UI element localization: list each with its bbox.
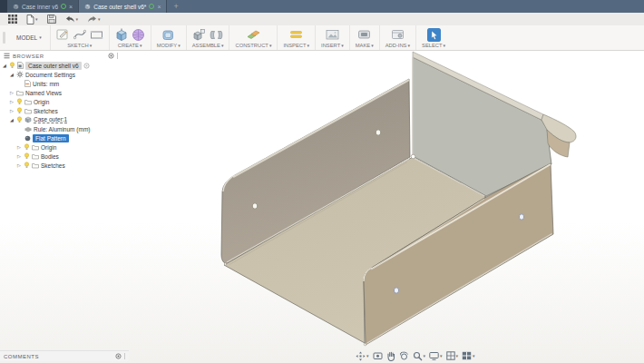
tree-label[interactable]: Bodies bbox=[41, 153, 59, 160]
tree-label[interactable]: Sketches bbox=[41, 162, 65, 169]
free-orbit-icon bbox=[399, 351, 409, 361]
corner-relief-left bbox=[224, 263, 226, 265]
group-label-inspect[interactable]: INSPECT▾ bbox=[283, 43, 309, 48]
panel-handle-icon[interactable] bbox=[4, 53, 10, 59]
collapse-arrow-icon[interactable]: ▷ bbox=[16, 153, 22, 159]
visibility-bulb-icon[interactable] bbox=[24, 162, 30, 169]
expand-arrow-icon[interactable]: ◢ bbox=[9, 72, 15, 77]
caret-icon: ▾ bbox=[473, 354, 475, 358]
file-menu-button[interactable]: ▾ bbox=[22, 13, 43, 25]
workspace-selector[interactable]: MODEL ▾ bbox=[8, 25, 50, 50]
tree-label[interactable]: Document Settings bbox=[25, 72, 75, 78]
save-button[interactable] bbox=[43, 13, 61, 25]
toolbar-grip-handle[interactable] bbox=[3, 32, 5, 44]
tree-label[interactable]: Rule: Aluminum (mm) bbox=[34, 126, 90, 132]
joint-icon[interactable] bbox=[210, 29, 223, 41]
comments-panel[interactable]: COMMENTS bbox=[0, 350, 129, 361]
visibility-bulb-icon[interactable] bbox=[9, 62, 15, 69]
display-settings-button[interactable]: ▾ bbox=[429, 351, 443, 360]
select-tool-icon[interactable] bbox=[427, 28, 441, 42]
look-at-button[interactable] bbox=[373, 351, 383, 360]
grid-snaps-button[interactable]: ▾ bbox=[446, 351, 459, 360]
document-tab-case-inner[interactable]: Case inner v6 × bbox=[7, 0, 79, 13]
press-pull-icon[interactable] bbox=[161, 28, 175, 42]
data-panel-button[interactable] bbox=[4, 13, 22, 25]
tree-row-component-origin[interactable]: ▷ Origin bbox=[0, 142, 122, 152]
tree-label[interactable]: Sketches bbox=[34, 108, 58, 114]
insert-image-icon[interactable] bbox=[326, 29, 339, 40]
toolbar-group-insert: INSERT▾ bbox=[315, 25, 349, 50]
rectangle-tool-icon[interactable] bbox=[90, 29, 103, 41]
spline-tool-icon[interactable] bbox=[73, 28, 86, 41]
group-label-modify[interactable]: MODIFY▾ bbox=[157, 43, 181, 48]
redo-button[interactable]: ▾ bbox=[83, 13, 105, 25]
browser-panel: BROWSER ◢ Case outer shell v6 ◢ Document… bbox=[0, 51, 122, 172]
free-orbit-button[interactable] bbox=[399, 351, 409, 361]
group-label-assemble[interactable]: ASSEMBLE▾ bbox=[192, 43, 224, 48]
group-label-addins[interactable]: ADD-INS▾ bbox=[385, 43, 410, 48]
visibility-bulb-icon[interactable] bbox=[16, 107, 23, 114]
collapse-arrow-icon[interactable]: ▷ bbox=[9, 99, 15, 104]
tree-row-document-settings[interactable]: ◢ Document Settings bbox=[0, 70, 122, 79]
create-sketch-icon[interactable] bbox=[56, 28, 70, 41]
caret-icon: ▾ bbox=[76, 17, 79, 22]
collapse-arrow-icon[interactable]: ▷ bbox=[9, 90, 15, 95]
extrude-icon[interactable] bbox=[115, 28, 128, 42]
new-tab-button[interactable]: + bbox=[167, 0, 184, 13]
document-tab-case-outer-shell[interactable]: Case outer shell v6* × bbox=[79, 0, 167, 13]
tree-row-origin[interactable]: ▷ Origin bbox=[0, 97, 122, 106]
toolbar-group-make: MAKE▾ bbox=[349, 25, 379, 50]
tree-label[interactable]: Case outer shell v6 bbox=[25, 62, 82, 70]
tree-label[interactable]: Flat Pattern bbox=[33, 134, 69, 142]
browser-options-icon[interactable] bbox=[108, 53, 114, 59]
close-tab-icon[interactable]: × bbox=[69, 4, 73, 10]
new-component-icon[interactable] bbox=[192, 28, 206, 41]
group-label-construct[interactable]: CONSTRUCT▾ bbox=[235, 43, 271, 48]
divider bbox=[124, 353, 125, 359]
tree-label[interactable]: Origin bbox=[41, 144, 56, 151]
tree-row-units[interactable]: Units: mm bbox=[0, 79, 122, 88]
pan-button[interactable] bbox=[386, 351, 395, 361]
close-tab-icon[interactable]: × bbox=[157, 4, 161, 10]
group-label-make[interactable]: MAKE▾ bbox=[356, 43, 374, 48]
addins-scripts-icon[interactable] bbox=[391, 29, 405, 40]
visibility-bulb-icon[interactable] bbox=[16, 116, 23, 123]
hole-left-wall-front bbox=[252, 203, 258, 209]
tree-label[interactable]: Case outer:1 bbox=[34, 116, 67, 123]
tree-label[interactable]: Origin bbox=[34, 99, 49, 105]
tree-row-sheet-metal-rule[interactable]: Rule: Aluminum (mm) bbox=[0, 124, 122, 133]
visibility-bulb-icon[interactable] bbox=[24, 152, 30, 160]
orbit-mode-button[interactable]: ▾ bbox=[356, 351, 369, 361]
construction-plane-icon[interactable] bbox=[247, 28, 260, 41]
expand-arrow-icon[interactable]: ◢ bbox=[2, 63, 7, 68]
tree-row-root-document[interactable]: ◢ Case outer shell v6 bbox=[0, 61, 122, 70]
collapse-arrow-icon[interactable]: ▷ bbox=[16, 162, 22, 168]
visibility-bulb-icon[interactable] bbox=[24, 143, 30, 151]
group-label-insert[interactable]: INSERT▾ bbox=[321, 43, 344, 48]
group-label-sketch[interactable]: SKETCH▾ bbox=[67, 43, 92, 48]
collapse-arrow-icon[interactable]: ▷ bbox=[16, 144, 22, 150]
measure-icon[interactable] bbox=[289, 29, 303, 40]
create-form-icon[interactable] bbox=[132, 28, 145, 42]
tree-row-component-case-outer[interactable]: ◢ Case outer:1 bbox=[0, 115, 122, 124]
zoom-button[interactable]: ▾ bbox=[413, 351, 426, 361]
view-navigation-bar: ▾ ▾ ▾ ▾ ▾ bbox=[356, 350, 475, 361]
folder-icon bbox=[32, 162, 39, 169]
viewports-button[interactable]: ▾ bbox=[462, 351, 475, 360]
tree-row-sketches[interactable]: ▷ Sketches bbox=[0, 106, 122, 115]
tree-label[interactable]: Units: mm bbox=[33, 81, 59, 87]
group-label-select[interactable]: SELECT▾ bbox=[422, 43, 445, 48]
collapse-arrow-icon[interactable]: ▷ bbox=[9, 108, 15, 113]
group-label-create[interactable]: CREATE▾ bbox=[118, 43, 142, 48]
visibility-bulb-icon[interactable] bbox=[16, 98, 23, 105]
activate-radio-icon[interactable] bbox=[83, 63, 90, 69]
tree-row-flat-pattern[interactable]: Flat Pattern bbox=[0, 133, 122, 142]
comments-options-icon[interactable] bbox=[115, 353, 122, 359]
expand-arrow-icon[interactable]: ◢ bbox=[9, 117, 15, 123]
tree-label[interactable]: Named Views bbox=[25, 90, 62, 96]
tree-row-named-views[interactable]: ▷ Named Views bbox=[0, 88, 122, 97]
make-3d-print-icon[interactable] bbox=[357, 29, 371, 40]
tree-row-bodies[interactable]: ▷ Bodies bbox=[0, 152, 122, 161]
undo-button[interactable]: ▾ bbox=[61, 13, 83, 25]
tree-row-component-sketches[interactable]: ▷ Sketches bbox=[0, 161, 122, 170]
